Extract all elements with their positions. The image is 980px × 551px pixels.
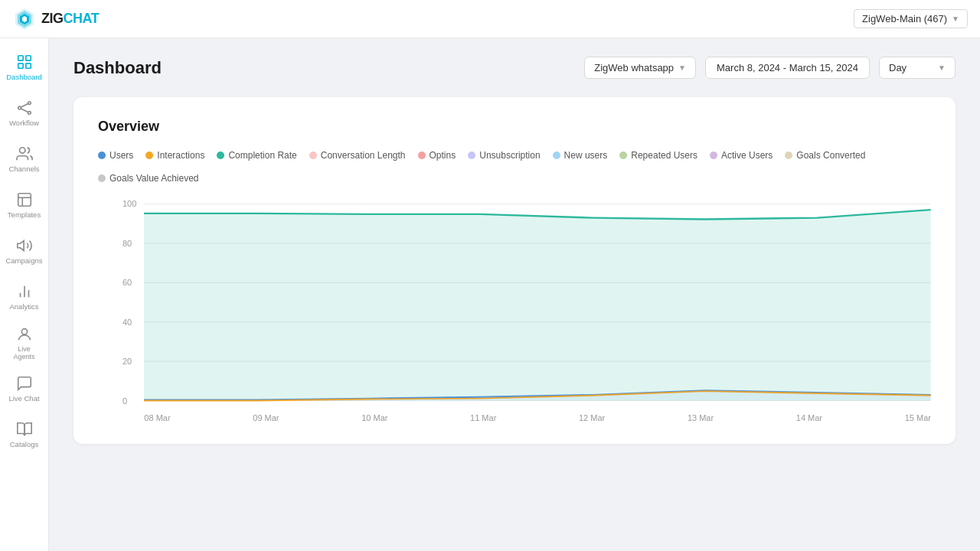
svg-point-13 [19, 148, 24, 153]
svg-point-8 [18, 106, 21, 109]
y-label-80: 80 [122, 239, 136, 248]
legend-label: New users [564, 150, 608, 161]
date-range-picker[interactable]: March 8, 2024 - March 15, 2024 [705, 57, 870, 79]
svg-rect-14 [18, 194, 31, 207]
sidebar-item-channels-label: Channels [8, 165, 39, 173]
svg-rect-5 [25, 56, 30, 60]
chart-wrapper: 100 80 60 40 20 0 [122, 199, 931, 422]
templates-icon [16, 191, 33, 208]
legend-dot [98, 152, 106, 159]
legend-label: Completion Rate [228, 150, 296, 161]
channel-chevron-icon: ▼ [678, 64, 686, 72]
sidebar-item-campaigns-label: Campaigns [5, 256, 42, 265]
period-selector[interactable]: Day ▼ [879, 57, 956, 79]
sidebar-item-analytics-label: Analytics [9, 302, 38, 311]
legend-item-active-users: Active Users [710, 150, 773, 161]
legend-label: Goals Converted [796, 150, 865, 161]
header-controls: ZigWeb whatsapp ▼ March 8, 2024 - March … [584, 57, 956, 79]
svg-rect-6 [18, 64, 22, 68]
dashboard-icon [16, 54, 33, 70]
legend-item-users: Users [98, 150, 133, 161]
legend-item-unsubscription: Unsubscription [468, 150, 540, 161]
x-label: 09 Mar [253, 413, 279, 422]
y-label-60: 60 [122, 278, 136, 287]
svg-line-12 [21, 109, 28, 112]
sidebar-item-campaigns[interactable]: Campaigns [3, 230, 46, 272]
period-chevron-icon: ▼ [938, 64, 946, 72]
sidebar-item-live-agents[interactable]: Live Agents [3, 321, 46, 364]
sidebar-item-workflow[interactable]: Workflow [3, 92, 46, 135]
y-label-40: 40 [122, 318, 136, 327]
legend-label: Active Users [721, 150, 773, 161]
sidebar-item-workflow-label: Workflow [9, 119, 39, 127]
live-agents-icon [16, 326, 33, 343]
chart-legend: Users Interactions Completion Rate Conve… [98, 150, 931, 184]
legend-label: Interactions [157, 150, 204, 161]
page-title: Dashboard [74, 58, 162, 78]
sidebar-item-live-agents-label: Live Agents [13, 345, 34, 360]
svg-point-21 [21, 328, 27, 334]
legend-dot [98, 174, 106, 182]
x-label: 08 Mar [144, 413, 170, 422]
sidebar-item-channels[interactable]: Channels [3, 138, 46, 181]
legend-dot [785, 152, 792, 159]
live-chat-icon [16, 375, 33, 392]
y-label-100: 100 [122, 199, 136, 208]
chart-svg [144, 199, 931, 406]
legend-dot [553, 152, 560, 159]
legend-dot [710, 152, 717, 159]
main-content: Dashboard ZigWeb whatsapp ▼ March 8, 202… [49, 38, 980, 551]
workspace-selector[interactable]: ZigWeb-Main (467) ▼ [854, 9, 968, 28]
legend-label: Users [109, 150, 133, 161]
legend-label: Goals Value Achieved [109, 173, 199, 184]
legend-dot [418, 152, 426, 159]
svg-point-10 [28, 112, 31, 115]
sidebar-item-live-chat[interactable]: Live Chat [3, 367, 46, 410]
workflow-icon [16, 99, 33, 116]
sidebar-item-catalogs[interactable]: Catalogs [3, 413, 46, 456]
sidebar-item-dashboard[interactable]: Dashboard [3, 46, 46, 89]
legend-item-optins: Optins [418, 150, 456, 161]
legend-dot [217, 152, 224, 159]
overview-card: Overview Users Interactions Completion R… [74, 97, 956, 444]
svg-rect-7 [25, 64, 30, 68]
legend-label: Optins [430, 150, 456, 161]
legend-label: Conversation Length [321, 150, 406, 161]
sidebar-item-templates[interactable]: Templates [3, 184, 46, 227]
x-label: 14 Mar [796, 413, 822, 422]
legend-label: Unsubscription [479, 150, 540, 161]
sidebar: Dashboard Workflow Channels Templates [0, 38, 49, 551]
workspace-label: ZigWeb-Main (467) [862, 13, 947, 24]
svg-rect-4 [18, 56, 22, 60]
sidebar-item-analytics[interactable]: Analytics [3, 276, 46, 318]
logo-icon [12, 7, 37, 31]
topbar: ZIGCHAT ZigWeb-Main (467) ▼ [0, 0, 980, 38]
legend-dot [619, 152, 627, 159]
x-label: 12 Mar [579, 413, 605, 422]
x-axis: 08 Mar09 Mar10 Mar11 Mar12 Mar13 Mar14 M… [144, 413, 931, 422]
legend-item-goals-value-achieved: Goals Value Achieved [98, 173, 199, 184]
legend-dot [468, 152, 475, 159]
svg-point-9 [28, 102, 31, 105]
sidebar-item-templates-label: Templates [8, 210, 41, 219]
legend-item-new-users: New users [553, 150, 608, 161]
analytics-icon [16, 283, 33, 300]
sidebar-item-dashboard-label: Dashboard [6, 73, 41, 81]
period-label: Day [889, 62, 906, 73]
x-label: 13 Mar [688, 413, 714, 422]
legend-item-goals-converted: Goals Converted [785, 150, 865, 161]
y-label-20: 20 [122, 357, 136, 366]
svg-marker-17 [17, 241, 23, 251]
legend-item-completion-rate: Completion Rate [217, 150, 296, 161]
logo: ZIGCHAT [12, 7, 99, 31]
channel-selector[interactable]: ZigWeb whatsapp ▼ [584, 57, 696, 79]
sidebar-item-catalogs-label: Catalogs [10, 440, 39, 448]
x-label: 11 Mar [470, 413, 496, 422]
date-range-label: March 8, 2024 - March 15, 2024 [717, 62, 858, 73]
legend-label: Repeated Users [631, 150, 697, 161]
svg-line-11 [21, 104, 28, 108]
overview-title: Overview [98, 119, 931, 135]
workspace-chevron-icon: ▼ [952, 15, 959, 23]
x-label: 15 Mar [905, 413, 931, 422]
channels-icon [16, 145, 33, 162]
